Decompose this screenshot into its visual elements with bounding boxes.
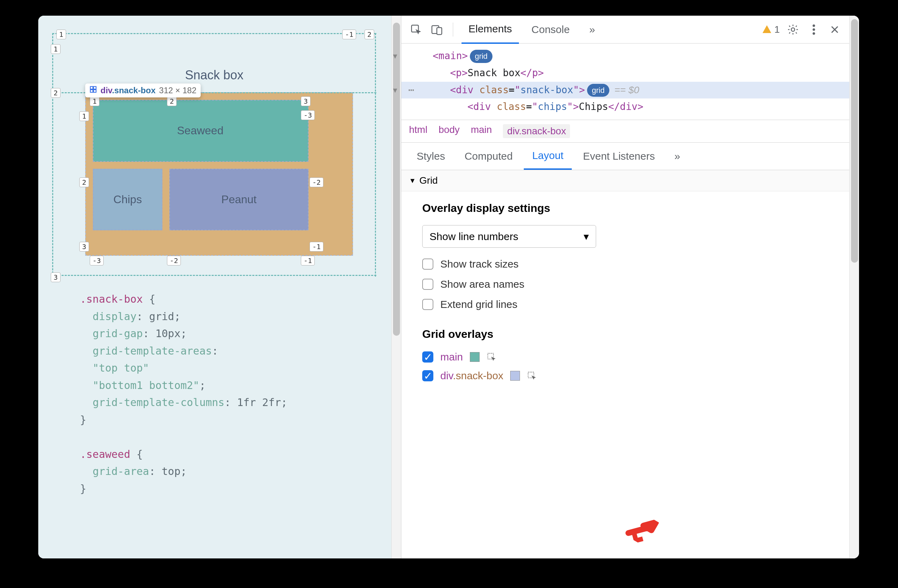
tooltip-class: .snack-box xyxy=(112,86,155,95)
grid-line xyxy=(52,33,53,277)
overlay-name[interactable]: div.snack-box xyxy=(440,370,503,382)
grid-section-header[interactable]: ▼ Grid xyxy=(401,170,849,191)
check-area-names[interactable]: Show area names xyxy=(422,279,829,290)
scrollbar-thumb[interactable] xyxy=(851,19,858,263)
svg-point-10 xyxy=(812,32,815,34)
crumb[interactable]: body xyxy=(438,124,460,138)
dom-node[interactable]: <p>Snack box</p> xyxy=(401,65,849,82)
check-label: Show area names xyxy=(440,279,524,290)
subtab-layout[interactable]: Layout xyxy=(524,143,572,170)
page-scrollbar[interactable] xyxy=(391,15,401,559)
grid-overlay-item: ✓ main xyxy=(422,351,829,363)
styles-subtabs: Styles Computed Layout Event Listeners » xyxy=(401,143,849,170)
svg-rect-6 xyxy=(437,28,442,34)
checkbox-checked[interactable]: ✓ xyxy=(422,351,434,363)
crumb-active[interactable]: div.snack-box xyxy=(503,124,570,138)
track-number: 2 xyxy=(51,88,60,98)
check-track-sizes[interactable]: Show track sizes xyxy=(422,258,829,270)
dom-node-selected[interactable]: ⋯ ▼ <div class="snack-box">grid== $0 xyxy=(401,82,849,99)
svg-rect-0 xyxy=(91,87,93,89)
color-swatch[interactable] xyxy=(470,352,480,362)
overlay-name[interactable]: main xyxy=(440,351,463,363)
checkbox-checked[interactable]: ✓ xyxy=(422,370,434,381)
track-number: -2 xyxy=(167,256,181,265)
color-swatch[interactable] xyxy=(510,371,520,381)
subtabs-more[interactable]: » xyxy=(666,143,689,169)
devtools-scrollbar[interactable] xyxy=(849,15,859,559)
track-number: -1 xyxy=(342,29,356,39)
chevron-down-icon[interactable]: ▼ xyxy=(393,51,397,62)
device-toggle-icon[interactable] xyxy=(429,22,444,37)
track-number: 2 xyxy=(79,177,89,187)
tab-elements[interactable]: Elements xyxy=(461,15,519,44)
snack-grid[interactable]: Seaweed Chips Peanut xyxy=(93,100,309,230)
code-block: .snack-box { display: grid; grid-gap: 10… xyxy=(80,291,383,497)
crumb[interactable]: html xyxy=(409,124,427,138)
track-number: 2 xyxy=(364,29,374,39)
ellipsis-icon[interactable]: ⋯ xyxy=(408,82,414,98)
gear-icon[interactable] xyxy=(785,22,801,37)
subtab-styles[interactable]: Styles xyxy=(408,143,454,169)
close-icon[interactable] xyxy=(827,22,843,37)
track-number: -1 xyxy=(301,256,315,265)
reveal-icon[interactable] xyxy=(487,352,496,362)
track-number: -2 xyxy=(309,177,323,187)
devtools-pane: Elements Console » 1 ▼ <main>grid xyxy=(401,15,849,559)
check-label: Extend grid lines xyxy=(440,299,518,310)
chevron-down-icon[interactable]: ▼ xyxy=(393,85,397,96)
reveal-icon[interactable] xyxy=(527,371,537,381)
grid-badge[interactable]: grid xyxy=(587,84,610,97)
grid-icon xyxy=(89,86,97,95)
kebab-icon[interactable] xyxy=(806,22,821,37)
check-extend-lines[interactable]: Extend grid lines xyxy=(422,299,829,310)
divider xyxy=(453,23,453,37)
track-number: 3 xyxy=(79,242,89,252)
track-number: 1 xyxy=(51,44,60,54)
dom-node[interactable]: <div class="chips">Chips</div> xyxy=(401,99,849,115)
cell-chips: Chips xyxy=(93,169,162,231)
svg-rect-2 xyxy=(91,90,93,92)
devtools-window: 1 -1 2 1 2 3 Snack box Seaweed Chips Pea… xyxy=(38,15,859,559)
tabs-more[interactable]: » xyxy=(582,16,602,43)
line-numbers-select[interactable]: Show line numbers ▾ xyxy=(422,225,596,248)
devtools-toolbar: Elements Console » 1 xyxy=(401,15,849,43)
track-number: -3 xyxy=(90,256,104,265)
section-title: Grid xyxy=(420,175,438,186)
dom-node[interactable]: ▼ <main>grid xyxy=(401,48,849,65)
svg-rect-3 xyxy=(94,90,96,92)
grid-badge[interactable]: grid xyxy=(470,50,492,63)
track-number: 1 xyxy=(79,111,89,121)
track-number: -3 xyxy=(301,110,315,120)
crumb[interactable]: main xyxy=(471,124,492,138)
grid-overlays-title: Grid overlays xyxy=(422,328,829,341)
svg-point-8 xyxy=(812,25,815,27)
rendered-page-pane: 1 -1 2 1 2 3 Snack box Seaweed Chips Pea… xyxy=(38,15,391,559)
scrollbar-thumb[interactable] xyxy=(393,23,400,336)
layout-panel: ▼ Grid Overlay display settings Show lin… xyxy=(401,170,849,559)
track-number: 2 xyxy=(167,96,177,106)
svg-rect-1 xyxy=(94,87,96,89)
select-value: Show line numbers xyxy=(429,231,518,243)
grid-line xyxy=(375,33,376,277)
checkbox[interactable] xyxy=(422,279,434,290)
tab-console[interactable]: Console xyxy=(524,16,577,43)
annotation-arrow xyxy=(621,510,662,553)
subtab-computed[interactable]: Computed xyxy=(456,143,521,169)
svg-point-7 xyxy=(791,28,795,31)
inspect-icon[interactable] xyxy=(408,22,424,37)
grid-line xyxy=(52,33,376,34)
checkbox[interactable] xyxy=(422,299,434,310)
outer-grid-visual: 1 -1 2 1 2 3 Snack box Seaweed Chips Pea… xyxy=(52,33,376,277)
subtab-event-listeners[interactable]: Event Listeners xyxy=(575,143,663,169)
warning-badge[interactable]: 1 xyxy=(762,24,780,35)
grid-section-body: Overlay display settings Show line numbe… xyxy=(401,191,849,399)
selected-marker: == $0 xyxy=(614,85,639,95)
track-number: 3 xyxy=(51,272,60,282)
track-number: 1 xyxy=(56,29,66,39)
grid-overlay-item: ✓ div.snack-box xyxy=(422,370,829,382)
svg-point-9 xyxy=(812,28,815,31)
dom-tree[interactable]: ▼ <main>grid <p>Snack box</p> ⋯ ▼ <div c… xyxy=(401,43,849,120)
chevron-down-icon: ▼ xyxy=(409,177,416,185)
checkbox[interactable] xyxy=(422,259,434,269)
overlay-settings-title: Overlay display settings xyxy=(422,202,829,215)
